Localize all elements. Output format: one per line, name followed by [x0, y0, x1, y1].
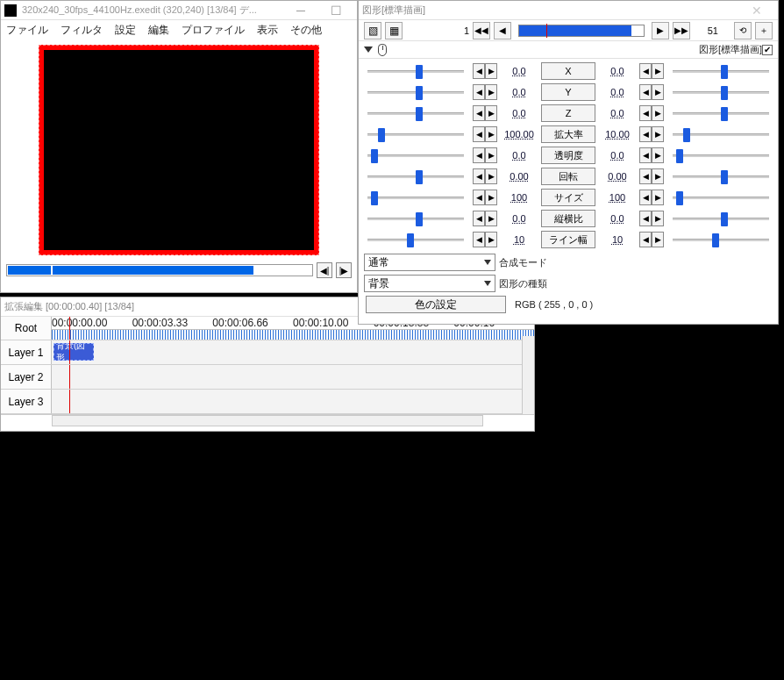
add-button[interactable]: ＋ — [755, 22, 773, 39]
param-slider-left[interactable] — [362, 168, 469, 184]
timeline-playhead[interactable] — [69, 317, 70, 340]
param-slider-right[interactable] — [667, 126, 774, 142]
param-nudge-left[interactable]: ◀▶ — [473, 211, 497, 226]
param-value-right[interactable]: 0.0 — [599, 87, 636, 97]
param-name-button[interactable]: ライン幅 — [541, 231, 595, 248]
menu-settings[interactable]: 設定 — [115, 23, 136, 38]
playback-track[interactable] — [6, 264, 313, 276]
param-value-left[interactable]: 0.0 — [501, 66, 538, 76]
layer-1-track[interactable]: 背景(図形 — [52, 340, 534, 364]
nudge-right-icon[interactable]: ▶ — [652, 211, 664, 226]
property-section-header[interactable]: 図形[標準描画] ✔ — [359, 41, 778, 59]
color-settings-button[interactable]: 色の設定 — [366, 296, 506, 313]
nudge-right-icon[interactable]: ▶ — [652, 190, 664, 205]
frame-next-button[interactable]: ▶ — [652, 22, 669, 39]
param-name-button[interactable]: Y — [541, 83, 595, 101]
param-value-left[interactable]: 0.0 — [501, 108, 538, 118]
param-slider-left[interactable] — [362, 84, 469, 100]
param-name-button[interactable]: 透明度 — [541, 147, 595, 164]
nudge-right-icon[interactable]: ▶ — [652, 63, 664, 79]
param-value-left[interactable]: 0.00 — [501, 171, 538, 182]
blend-mode-select[interactable]: 通常 — [364, 254, 495, 271]
param-value-right[interactable]: 10.00 — [599, 129, 636, 140]
param-slider-right[interactable] — [667, 63, 774, 79]
param-name-button[interactable]: 回転 — [541, 168, 595, 185]
maximize-button[interactable]: ☐ — [318, 2, 353, 19]
param-nudge-right[interactable]: ◀▶ — [639, 84, 664, 100]
step-fwd-button[interactable]: |▶ — [336, 262, 352, 278]
nudge-right-icon[interactable]: ▶ — [485, 105, 497, 121]
param-nudge-left[interactable]: ◀▶ — [473, 126, 497, 142]
menu-profile[interactable]: プロファイル — [182, 23, 245, 38]
menu-view[interactable]: 表示 — [257, 23, 278, 38]
nudge-right-icon[interactable]: ▶ — [485, 168, 497, 184]
menu-other[interactable]: その他 — [290, 23, 322, 38]
main-titlebar[interactable]: 320x240_30fps_44100Hz.exedit (320,240) [… — [1, 1, 357, 20]
param-nudge-left[interactable]: ◀▶ — [473, 63, 497, 79]
preview-area[interactable] — [39, 45, 319, 255]
nudge-right-icon[interactable]: ▶ — [652, 105, 664, 121]
property-titlebar[interactable]: 図形[標準描画] ✕ — [359, 1, 778, 20]
param-slider-right[interactable] — [667, 168, 774, 184]
nudge-right-icon[interactable]: ▶ — [652, 168, 664, 184]
frame-cursor[interactable] — [546, 24, 547, 38]
param-slider-left[interactable] — [362, 147, 469, 163]
nudge-left-icon[interactable]: ◀ — [473, 84, 485, 100]
nudge-right-icon[interactable]: ▶ — [652, 84, 664, 100]
param-name-button[interactable]: X — [541, 62, 595, 80]
param-value-right[interactable]: 10 — [599, 234, 636, 245]
param-name-button[interactable]: 拡大率 — [541, 125, 595, 143]
nudge-left-icon[interactable]: ◀ — [473, 168, 485, 184]
param-nudge-left[interactable]: ◀▶ — [473, 105, 497, 121]
param-value-left[interactable]: 100 — [501, 192, 538, 203]
nudge-right-icon[interactable]: ▶ — [485, 211, 497, 226]
param-name-button[interactable]: サイズ — [541, 189, 595, 206]
nudge-left-icon[interactable]: ◀ — [473, 147, 485, 163]
param-value-left[interactable]: 10 — [501, 234, 538, 245]
param-slider-right[interactable] — [667, 211, 774, 226]
timeline-scroll-v[interactable] — [522, 336, 534, 414]
param-value-right[interactable]: 0.0 — [599, 150, 636, 161]
param-slider-right[interactable] — [667, 105, 774, 121]
param-nudge-right[interactable]: ◀▶ — [639, 190, 664, 205]
param-slider-left[interactable] — [362, 232, 469, 247]
param-nudge-right[interactable]: ◀▶ — [639, 105, 664, 121]
param-value-right[interactable]: 0.0 — [599, 213, 636, 224]
param-nudge-right[interactable]: ◀▶ — [639, 126, 664, 142]
nudge-right-icon[interactable]: ▶ — [485, 190, 497, 205]
nudge-right-icon[interactable]: ▶ — [652, 126, 664, 142]
param-nudge-left[interactable]: ◀▶ — [473, 190, 497, 205]
nudge-right-icon[interactable]: ▶ — [485, 84, 497, 100]
shape-type-select[interactable]: 背景 — [364, 275, 495, 292]
layer-3-track[interactable] — [52, 390, 534, 413]
nudge-left-icon[interactable]: ◀ — [639, 211, 652, 226]
nudge-left-icon[interactable]: ◀ — [639, 105, 652, 121]
nudge-right-icon[interactable]: ▶ — [485, 147, 497, 163]
param-name-button[interactable]: 縦横比 — [541, 210, 595, 227]
minimize-button[interactable]: ─ — [283, 2, 318, 19]
menu-filter[interactable]: フィルタ — [61, 23, 103, 38]
nudge-right-icon[interactable]: ▶ — [485, 126, 497, 142]
param-slider-right[interactable] — [667, 190, 774, 205]
property-close-button[interactable]: ✕ — [739, 2, 774, 19]
nudge-left-icon[interactable]: ◀ — [473, 232, 485, 247]
param-slider-right[interactable] — [667, 232, 774, 247]
nudge-left-icon[interactable]: ◀ — [473, 211, 485, 226]
param-value-right[interactable]: 100 — [599, 192, 636, 203]
param-slider-right[interactable] — [667, 147, 774, 163]
param-name-button[interactable]: Z — [541, 104, 595, 122]
nudge-left-icon[interactable]: ◀ — [473, 63, 485, 79]
param-nudge-left[interactable]: ◀▶ — [473, 168, 497, 184]
nudge-left-icon[interactable]: ◀ — [639, 232, 652, 247]
layer-1-label[interactable]: Layer 1 — [1, 340, 52, 364]
param-slider-left[interactable] — [362, 190, 469, 205]
timeline-root-label[interactable]: Root — [1, 317, 52, 340]
layer-2-label[interactable]: Layer 2 — [1, 365, 52, 389]
clip-shape[interactable]: 背景(図形 — [53, 343, 94, 361]
param-value-left[interactable]: 100.00 — [501, 129, 538, 140]
layer-2-track[interactable] — [52, 365, 534, 389]
frame-first-button[interactable]: ◀◀ — [473, 22, 490, 39]
param-nudge-right[interactable]: ◀▶ — [639, 232, 664, 247]
frame-last-button[interactable]: ▶▶ — [673, 22, 690, 39]
param-value-right[interactable]: 0.00 — [599, 171, 636, 182]
